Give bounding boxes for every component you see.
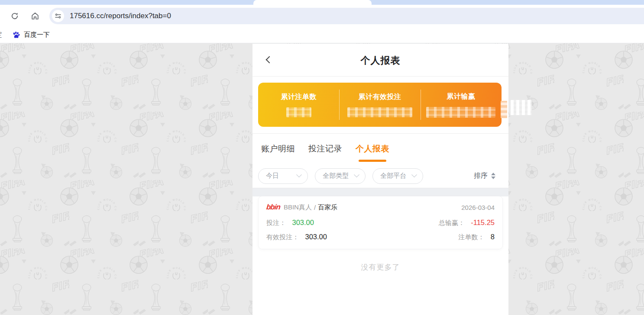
no-more-text: 没有更多了 [259,262,502,272]
redaction-patch [511,100,532,115]
stat-label: 累计注单数 [281,93,317,102]
report-panel: 个人报表 累计注单数 累计有效投注 累计输赢 账户明细 投注记录 [252,44,508,315]
browser-toolbar: 175616.cc/reports/index?tab=0 [0,5,644,27]
title-separator: / [314,204,316,211]
page-title: 个人报表 [252,54,508,67]
redacted-value-mosaic [286,107,311,117]
screen: 175616.cc/reports/index?tab=0 定 百度一下 [0,0,644,315]
tune-icon [55,13,61,19]
game-name: 百家乐 [318,203,337,212]
valid-bet-label: 有效投注： [266,233,299,241]
chevron-down-icon [411,172,417,177]
stats-summary-card: 累计注单数 累计有效投注 累计输赢 [258,83,502,127]
filter-pill-type[interactable]: 全部类型 [315,168,366,184]
provider-name: BBIN真人 [284,203,312,212]
sort-label: 排序 [474,171,488,180]
url-text[interactable]: 175616.cc/reports/index?tab=0 [70,12,171,20]
tab-label: 个人报表 [356,144,389,153]
redaction-patch [501,101,507,118]
reload-button[interactable] [7,9,22,23]
stat-label: 累计有效投注 [358,93,401,102]
count-label: 注单数： [458,233,484,241]
winloss-group: 总输赢： -115.25 [439,219,495,227]
bbin-logo: bbin [266,203,281,212]
stat-total-bets: 累计注单数 [258,83,339,127]
record-date: 2026-03-04 [461,204,495,211]
winloss-label: 总输赢： [439,219,465,226]
home-button[interactable] [28,9,42,23]
count-value: 8 [491,233,495,241]
report-list: bbin BBIN真人 / 百家乐 2026-03-04 投注： 303.00 … [252,196,508,272]
filter-pill-date[interactable]: 今日 [258,168,308,184]
url-bar[interactable]: 175616.cc/reports/index?tab=0 [49,8,644,24]
record-card[interactable]: bbin BBIN真人 / 百家乐 2026-03-04 投注： 303.00 … [259,196,502,249]
bet-label: 投注： [266,219,286,226]
home-icon [31,12,39,20]
separator-band [252,188,508,196]
clipped-bookmark[interactable]: 定 [0,31,4,39]
tab-personal-report[interactable]: 个人报表 [356,143,389,154]
panel-header: 个人报表 [252,44,508,77]
count-group: 注单数： 8 [458,233,495,241]
clipped-bookmark-label: 定 [0,31,2,39]
stat-total-winloss: 累计输赢 [421,83,502,127]
tab-bet-records[interactable]: 投注记录 [308,143,342,154]
site-info-button[interactable] [52,10,64,22]
filters-row: 今日 全部类型 全部平台 排序 [252,164,508,188]
bet-value: 303.00 [292,219,314,226]
sort-control[interactable]: 排序 [474,171,495,180]
redacted-value-mosaic [347,107,412,117]
browser-tab-strip[interactable] [0,0,644,5]
tab-account-details[interactable]: 账户明细 [261,143,295,154]
redacted-value-mosaic [426,107,495,118]
chevron-down-icon [354,172,359,177]
browser-chrome: 175616.cc/reports/index?tab=0 定 百度一下 [0,0,644,43]
bookmark-baidu[interactable]: 百度一下 [12,31,50,39]
record-title: bbin BBIN真人 / 百家乐 [266,203,337,212]
filter-label: 全部平台 [380,172,406,180]
stat-total-valid-bets: 累计有效投注 [339,83,420,127]
sort-arrows-icon [491,173,495,179]
filter-label: 今日 [266,172,279,180]
bet-group: 投注： 303.00 [266,219,314,227]
valid-bet-group: 有效投注： 303.00 [266,233,327,241]
winloss-value: -115.25 [471,219,495,226]
stat-label: 累计输赢 [447,92,475,101]
filter-label: 全部类型 [323,172,349,180]
stats-section: 累计注单数 累计有效投注 累计输赢 [252,77,508,134]
record-middle-row: 投注： 303.00 总输赢： -115.25 [266,219,495,227]
bookmarks-bar: 定 百度一下 [0,27,644,43]
baidu-paw-icon [12,31,20,39]
active-tab-underline [359,160,386,162]
record-header-row: bbin BBIN真人 / 百家乐 2026-03-04 [266,203,495,212]
record-bottom-row: 有效投注： 303.00 注单数： 8 [266,233,495,241]
reload-icon [10,12,19,20]
tabs-row: 账户明细 投注记录 个人报表 [252,134,508,164]
bookmark-label: 百度一下 [24,31,50,39]
chevron-down-icon [296,172,302,177]
filter-pill-platform[interactable]: 全部平台 [372,168,423,184]
valid-bet-value: 303.00 [305,233,327,241]
active-browser-tab[interactable] [253,0,372,5]
